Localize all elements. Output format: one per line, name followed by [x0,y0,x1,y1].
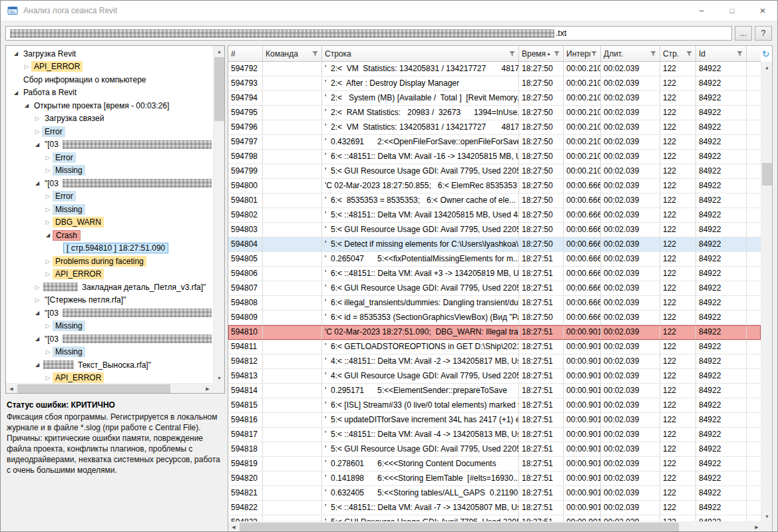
time-cell[interactable]: 18:27:51 [519,457,564,471]
interval-cell[interactable]: 00:00.901 [564,340,601,354]
row-number-cell[interactable]: 594810 [228,325,263,339]
id-cell[interactable]: 84922 [696,76,747,90]
duration-cell[interactable]: 00:02.039 [601,62,660,76]
line-cell[interactable]: ' 6:< id = 8535353 (SectionGraphicsViewB… [322,311,519,325]
tree-item[interactable]: ▷ "[Стержень петля.rfa]" [6,294,213,307]
column-header[interactable]: Id [696,46,747,61]
page-cell[interactable]: 122 [660,62,696,76]
tree-expander-icon[interactable]: ▷ [43,258,53,265]
tree-item[interactable]: ▷ Missing [6,203,213,216]
duration-cell[interactable]: 00:02.039 [601,384,660,398]
time-cell[interactable]: 18:27:51 [519,325,564,339]
time-cell[interactable]: 18:27:50 [519,179,564,193]
minimize-button[interactable]: – [686,0,717,21]
page-cell[interactable]: 122 [660,384,696,398]
duration-cell[interactable]: 00:02.039 [601,223,660,237]
interval-cell[interactable]: 00:00.210 [564,120,601,134]
page-cell[interactable]: 122 [660,340,696,354]
line-cell[interactable]: ' 2:< System (MB) [Available / Total ] [… [322,91,519,105]
page-cell[interactable]: 122 [660,369,696,383]
command-cell[interactable] [263,486,322,500]
duration-cell[interactable]: 00:02.039 [601,252,660,266]
row-number-cell[interactable]: 594815 [228,398,263,412]
log-path-input[interactable]: .txt [5,26,732,41]
page-cell[interactable]: 122 [660,486,696,500]
interval-cell[interactable]: 00:00.901 [564,471,601,485]
duration-cell[interactable]: 00:02.039 [601,120,660,134]
time-cell[interactable]: 18:27:51 [519,515,564,521]
row-number-cell[interactable]: 594794 [228,91,263,105]
log-row[interactable]: 594820 ' 0.141898 6:<<<Storing ElemTable… [228,471,761,486]
line-cell[interactable]: ' 2:< After : Destroy Display Manager [322,76,519,90]
interval-cell[interactable]: 00:00.666 [564,311,601,325]
command-cell[interactable] [263,267,322,281]
id-cell[interactable]: 84922 [696,106,747,120]
command-cell[interactable] [263,457,322,471]
time-cell[interactable]: 18:27:50 [519,91,564,105]
line-cell[interactable]: ' 6:< ::48151:: Delta VM: Avail -16 -> 1… [322,150,519,164]
column-header[interactable]: Длит. [601,46,660,61]
id-cell[interactable]: 84922 [696,150,747,164]
duration-cell[interactable]: 00:02.039 [601,179,660,193]
tree-expander-icon[interactable]: ◢ [33,336,42,342]
tree-expander-icon[interactable]: ▷ [22,63,31,70]
filter-funnel-icon[interactable] [736,50,743,57]
command-cell[interactable] [263,296,322,310]
duration-cell[interactable]: 00:02.039 [601,486,660,500]
duration-cell[interactable]: 00:02.039 [601,354,660,368]
row-number-cell[interactable]: 594816 [228,413,263,427]
duration-cell[interactable]: 00:02.039 [601,106,660,120]
time-cell[interactable]: 18:27:51 [519,296,564,310]
column-header[interactable]: Время ▲ [519,46,564,61]
duration-cell[interactable]: 00:02.039 [601,369,660,383]
tree-item[interactable]: ◢ "[03 [6,177,213,190]
row-number-cell[interactable]: 594801 [228,194,263,207]
line-cell[interactable]: ' 6:< illegal_transients/dummies: Dangli… [322,296,519,310]
line-cell[interactable]: ' 4:< GUI Resource Usage GDI: Avail 7795… [322,369,519,383]
id-cell[interactable]: 84922 [696,135,747,149]
command-cell[interactable] [263,179,322,193]
row-number-cell[interactable]: 594805 [228,252,263,266]
tree-expander-icon[interactable]: ▷ [43,154,53,161]
log-row[interactable]: 594796 ' 2:< VM Statistics: 134205831 / … [228,120,761,135]
log-row[interactable]: 594816 ' 5:< updateDITforSave increment … [228,413,761,428]
column-header[interactable]: # [228,46,263,61]
row-number-cell[interactable]: 594802 [228,208,263,222]
line-cell[interactable]: ' 5:< ::48151:: Delta VM: Avail -4 -> 13… [322,428,519,442]
scroll-down-button[interactable]: ▼ [761,511,773,521]
command-cell[interactable] [263,135,322,149]
log-row[interactable]: 594810 'C 02-Mar-2023 18:27:51.090; DBG_… [228,325,761,340]
page-cell[interactable]: 122 [660,515,696,521]
time-cell[interactable]: 18:27:50 [519,223,564,237]
time-cell[interactable]: 18:27:51 [519,267,564,281]
interval-cell[interactable]: 00:00.666 [564,237,601,251]
id-cell[interactable]: 84922 [696,91,747,105]
row-number-cell[interactable]: 594807 [228,281,263,295]
row-number-cell[interactable]: 594806 [228,267,263,281]
tree-expander-icon[interactable]: ▷ [43,206,53,213]
interval-cell[interactable]: 00:00.210 [564,62,601,76]
log-row[interactable]: 594813 ' 4:< GUI Resource Usage GDI: Ava… [228,369,761,384]
tree-item[interactable]: ◢ Crash [6,229,213,242]
interval-cell[interactable]: 00:00.901 [564,457,601,471]
row-number-cell[interactable]: 594792 [228,62,263,76]
duration-cell[interactable]: 00:02.039 [601,208,660,222]
line-cell[interactable]: ' 6:< ::48151:: Delta VM: Avail +3 -> 13… [322,267,519,281]
interval-cell[interactable]: 00:00.210 [564,91,601,105]
tree-expander-icon[interactable]: ▷ [43,348,53,355]
log-row[interactable]: 594795 ' 2:< RAM Statistics: 20983 / 326… [228,106,761,120]
id-cell[interactable]: 84922 [696,398,747,412]
page-cell[interactable]: 122 [660,267,696,281]
row-number-cell[interactable]: 594813 [228,369,263,383]
interval-cell[interactable]: 00:00.901 [564,515,601,521]
interval-cell[interactable]: 00:00.901 [564,398,601,412]
page-cell[interactable]: 122 [660,311,696,325]
log-row[interactable]: 594822 ' 5:< ::48151:: Delta VM: Avail -… [228,501,761,515]
line-cell[interactable]: ' 2:< RAM Statistics: 20983 / 32673 1394… [322,106,519,120]
line-cell[interactable]: ' 0.278601 6:<<<Storing Content Document… [322,457,519,471]
row-number-cell[interactable]: 594800 [228,179,263,193]
tree-item[interactable]: ◢ Загрузка Revit [6,47,213,61]
tree-expander-icon[interactable]: ◢ [33,142,42,148]
id-cell[interactable]: 84922 [696,340,747,354]
column-header[interactable]: Интервал [564,46,601,61]
